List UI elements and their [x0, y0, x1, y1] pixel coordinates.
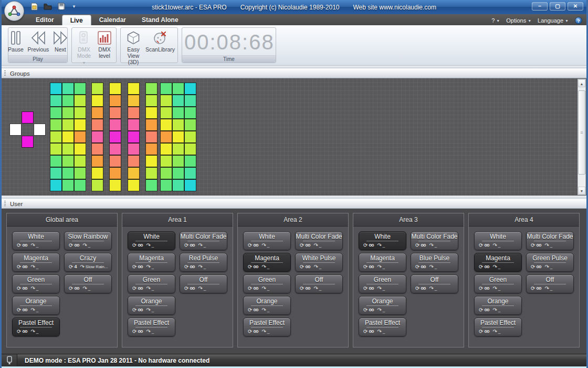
fixture-cell[interactable]: [62, 95, 74, 107]
fixture-cell[interactable]: [184, 83, 196, 95]
info-icon[interactable]: ?: [575, 17, 582, 24]
fixture-cell[interactable]: [128, 131, 140, 143]
fixture-cell[interactable]: [172, 107, 184, 119]
quick-access-caret-icon[interactable]: ▼: [72, 4, 76, 9]
scrollbar-track[interactable]: ≡: [578, 87, 585, 187]
hardware-status-button[interactable]: [2, 354, 17, 366]
fixture-cell[interactable]: [50, 167, 62, 179]
fixture-cell[interactable]: [91, 167, 103, 179]
panel-grip-handle[interactable]: [4, 201, 6, 207]
scene-button[interactable]: Magenta⟳oo↷_: [359, 253, 406, 272]
scene-button[interactable]: Green⟳oo↷_: [243, 274, 291, 293]
fixture-cell[interactable]: [128, 179, 140, 191]
fixture-cell[interactable]: [160, 119, 172, 131]
fixture-cell[interactable]: [109, 131, 121, 143]
fixture-cell[interactable]: [128, 167, 140, 179]
fixture-cell[interactable]: [184, 119, 196, 131]
fixture-cell[interactable]: [160, 179, 172, 191]
scene-button[interactable]: Off⟳oo↷_: [411, 274, 458, 293]
scene-button[interactable]: White⟳oo↷_: [243, 231, 291, 250]
scene-button[interactable]: Off⟳oo↷_: [64, 274, 112, 293]
scene-button[interactable]: Multi Color Fade⟳oo↷_: [180, 231, 227, 250]
fixture-cell[interactable]: [128, 119, 140, 131]
fixture-cell[interactable]: [184, 155, 196, 167]
fixture-cell[interactable]: [74, 83, 86, 95]
fixture-cell[interactable]: [109, 143, 121, 155]
fixture-cell[interactable]: [91, 83, 103, 95]
scene-button[interactable]: Orange⟳oo↷_: [243, 296, 291, 315]
fixture-cell[interactable]: [172, 167, 184, 179]
fixture-cell[interactable]: [62, 131, 74, 143]
scene-button[interactable]: Pastel Effect⟳oo↷_: [359, 318, 406, 336]
scene-button[interactable]: Slow Rainbow⟳oo↷_: [64, 231, 112, 250]
fixture-cell[interactable]: [91, 155, 103, 167]
previous-button[interactable]: Previous: [26, 29, 50, 55]
panel-grip-handle[interactable]: [4, 70, 6, 77]
scene-button[interactable]: Orange⟳oo↷_: [128, 296, 175, 315]
scene-button[interactable]: Blue Pulse⟳oo↷_: [411, 253, 458, 272]
fixture-cell[interactable]: [74, 131, 86, 143]
fixture-cell[interactable]: [145, 95, 158, 107]
fixture-cell[interactable]: [109, 107, 121, 119]
fixture-cell[interactable]: [184, 107, 196, 119]
scene-button[interactable]: White Pulse⟳oo↷_: [295, 253, 343, 272]
tab-editor[interactable]: Editor: [28, 15, 62, 25]
fixture-cell[interactable]: [128, 95, 140, 107]
scene-button[interactable]: Magenta⟳oo↷_: [243, 253, 291, 272]
fixture-cell[interactable]: [50, 95, 62, 107]
fixture-cell[interactable]: [145, 155, 158, 167]
fixture-cell[interactable]: [74, 167, 86, 179]
fixture-cell[interactable]: [128, 107, 140, 119]
scene-button[interactable]: Pastel Effect⟳oo↷_: [12, 318, 60, 336]
fixture-cell[interactable]: [50, 131, 62, 143]
maximize-button[interactable]: ▢: [550, 2, 565, 11]
scene-button[interactable]: Multi Color Fade⟳oo↷_: [411, 231, 458, 250]
pause-button[interactable]: Pause: [6, 29, 25, 55]
fixture-cell[interactable]: [145, 131, 158, 143]
dmx-level-button[interactable]: DMX level: [95, 29, 114, 66]
scanlibrary-button[interactable]: ScanLibrary: [145, 29, 175, 66]
scene-button[interactable]: Crazy⟳4↷Slow Rain...: [64, 253, 112, 272]
fixture-cell[interactable]: [91, 119, 103, 131]
scene-button[interactable]: Multi Color Fade⟳oo↷_: [295, 231, 343, 250]
scroll-down-button[interactable]: ▼: [578, 187, 585, 195]
tab-live[interactable]: Live: [62, 15, 91, 25]
fixture-cell[interactable]: [74, 107, 86, 119]
scene-button[interactable]: Pastel Effect⟳oo↷_: [474, 318, 522, 336]
new-document-button[interactable]: [29, 2, 39, 11]
scene-button[interactable]: Green⟳oo↷_: [359, 274, 406, 293]
fixture-cell[interactable]: [62, 155, 74, 167]
fixture-cell[interactable]: [184, 95, 196, 107]
fixture-cell[interactable]: [109, 95, 121, 107]
scene-button[interactable]: Multi Color Fade⟳oo↷_: [526, 231, 574, 250]
fixture-cell[interactable]: [172, 143, 184, 155]
fixture-cell[interactable]: [74, 155, 86, 167]
scene-button[interactable]: Pastel Effect⟳oo↷_: [128, 318, 175, 336]
fixture-cell[interactable]: [22, 111, 34, 124]
fixture-cell[interactable]: [91, 143, 103, 155]
fixture-cell[interactable]: [62, 119, 74, 131]
fixture-cell[interactable]: [145, 143, 158, 155]
scroll-up-button[interactable]: ▲: [578, 79, 585, 87]
scene-button[interactable]: Magenta⟳oo↷_: [474, 253, 522, 272]
fixture-cell[interactable]: [160, 155, 172, 167]
scene-button[interactable]: White⟳oo↷_: [474, 231, 522, 250]
scene-button[interactable]: Magenta⟳oo↷_: [128, 253, 175, 272]
help-menu[interactable]: ? ▼: [491, 17, 500, 24]
fixture-cell[interactable]: [172, 95, 184, 107]
scene-button[interactable]: Off⟳oo↷_: [180, 274, 227, 293]
easy-view-button[interactable]: Easy View (3D): [123, 29, 144, 66]
fixture-cell[interactable]: [74, 179, 86, 191]
scene-button[interactable]: White⟳oo↷_: [359, 231, 406, 250]
scene-button[interactable]: Green⟳oo↷_: [474, 274, 522, 293]
fixture-cell[interactable]: [91, 95, 103, 107]
fixture-cell[interactable]: [50, 83, 62, 95]
fixture-cell[interactable]: [145, 179, 158, 191]
fixture-cell[interactable]: [160, 107, 172, 119]
language-menu[interactable]: Language ▼: [538, 17, 569, 24]
scene-button[interactable]: White⟳oo↷_: [128, 231, 175, 250]
fixture-cell[interactable]: [145, 119, 158, 131]
fixture-cell[interactable]: [50, 119, 62, 131]
fixture-cell[interactable]: [128, 83, 140, 95]
scene-button[interactable]: Green⟳oo↷_: [12, 274, 60, 293]
